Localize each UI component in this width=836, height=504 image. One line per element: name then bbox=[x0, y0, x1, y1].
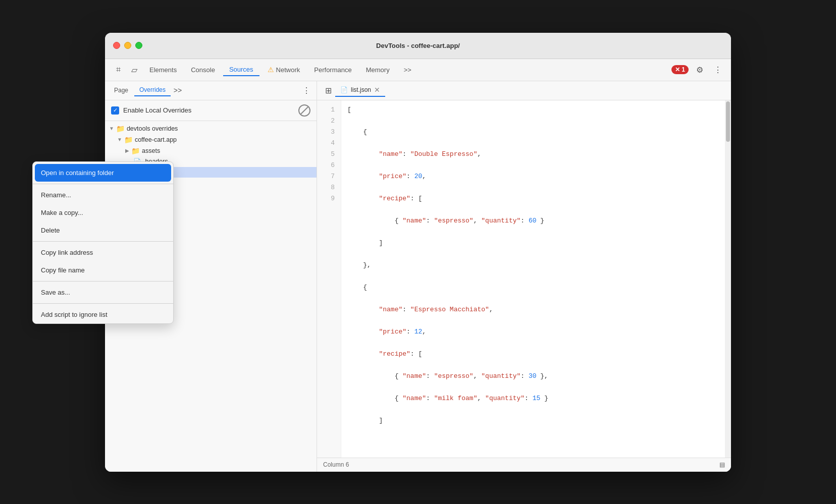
tab-console[interactable]: Console bbox=[185, 64, 221, 76]
separator-3 bbox=[105, 281, 173, 282]
overrides-label: Enable Local Overrides bbox=[123, 106, 191, 114]
folder-icon: 📁 bbox=[116, 125, 125, 133]
title-bar: DevTools - coffee-cart.app/ bbox=[105, 33, 731, 59]
panel-tabs: Page Overrides >> ⋮ bbox=[105, 81, 317, 100]
context-menu-add-ignore[interactable]: Add script to ignore list bbox=[105, 306, 173, 323]
context-menu: Open in containing folder Rename... Make… bbox=[105, 161, 174, 324]
close-button[interactable] bbox=[113, 42, 120, 49]
context-menu-make-copy[interactable]: Make a copy... bbox=[105, 204, 173, 221]
tab-more[interactable]: >> bbox=[398, 64, 417, 76]
main-content: Page Overrides >> ⋮ ✓ Enable Local Overr… bbox=[105, 81, 731, 472]
sidebar-toggle-icon[interactable]: ⊞ bbox=[321, 83, 335, 97]
tab-page[interactable]: Page bbox=[109, 85, 133, 96]
folder-icon: 📁 bbox=[124, 136, 133, 144]
status-bar: Column 6 ▤ bbox=[317, 458, 731, 472]
minimize-button[interactable] bbox=[124, 42, 131, 49]
context-menu-copy-filename[interactable]: Copy file name bbox=[105, 261, 173, 279]
chevron-right-icon: ▶ bbox=[125, 148, 129, 153]
scrollbar-thumb[interactable] bbox=[726, 101, 730, 142]
file-icon: 📄 bbox=[340, 86, 348, 93]
right-panel: ⊞ 📄 list.json ✕ 1 2 3 4 5 6 7 8 bbox=[317, 81, 731, 472]
status-bar-right: ▤ bbox=[719, 461, 725, 468]
context-menu-rename[interactable]: Rename... bbox=[105, 186, 173, 204]
traffic-lights bbox=[113, 42, 142, 49]
device-icon[interactable]: ▱ bbox=[127, 63, 141, 77]
context-menu-save-as[interactable]: Save as... bbox=[105, 284, 173, 301]
error-x-icon: ✕ bbox=[675, 66, 680, 73]
tab-filename: list.json bbox=[351, 86, 371, 93]
chevron-down-icon: ▼ bbox=[117, 137, 122, 142]
tab-right-actions: ✕ 1 ⚙ ⋮ bbox=[671, 63, 725, 77]
tree-label: devtools overrides bbox=[127, 125, 178, 132]
separator-2 bbox=[105, 241, 173, 242]
context-menu-overlay: Open in containing folder Rename... Make… bbox=[105, 161, 174, 324]
chevron-down-icon: ▼ bbox=[109, 126, 114, 131]
window-title: DevTools - coffee-cart.app/ bbox=[376, 42, 460, 49]
tab-elements[interactable]: Elements bbox=[143, 64, 183, 76]
tree-item-devtools-overrides[interactable]: ▼ 📁 devtools overrides bbox=[105, 123, 317, 134]
separator-4 bbox=[105, 303, 173, 304]
tree-item-coffee-cart[interactable]: ▼ 📁 coffee-cart.app bbox=[105, 134, 317, 145]
status-icon[interactable]: ▤ bbox=[719, 461, 725, 468]
tab-overrides[interactable]: Overrides bbox=[134, 84, 171, 96]
context-menu-open-folder[interactable]: Open in containing folder bbox=[105, 164, 171, 182]
inspect-icon[interactable]: ⌗ bbox=[111, 63, 125, 77]
tree-label: coffee-cart.app bbox=[135, 136, 177, 143]
maximize-button[interactable] bbox=[135, 42, 142, 49]
folder-icon: 📁 bbox=[131, 147, 140, 155]
context-menu-copy-link[interactable]: Copy link address bbox=[105, 244, 173, 261]
overrides-row: ✓ Enable Local Overrides bbox=[105, 100, 317, 121]
editor-tabs: ⊞ 📄 list.json ✕ bbox=[317, 81, 731, 100]
code-area[interactable]: 1 2 3 4 5 6 7 8 9 [ { "name": "Double Es… bbox=[317, 100, 731, 458]
code-content[interactable]: [ { "name": "Double Espresso", "price": … bbox=[341, 100, 725, 458]
separator-1 bbox=[105, 184, 173, 184]
warning-icon: ⚠ bbox=[268, 66, 274, 74]
editor-tab-list-json[interactable]: 📄 list.json ✕ bbox=[335, 84, 385, 97]
panel-tab-more[interactable]: >> bbox=[172, 84, 184, 96]
block-icon[interactable] bbox=[298, 104, 310, 117]
devtools-window: DevTools - coffee-cart.app/ ⌗ ▱ Elements… bbox=[105, 33, 731, 472]
line-numbers: 1 2 3 4 5 6 7 8 9 bbox=[317, 100, 341, 458]
error-badge[interactable]: ✕ 1 bbox=[671, 65, 689, 74]
more-options-icon[interactable]: ⋮ bbox=[711, 63, 725, 77]
tab-sources[interactable]: Sources bbox=[223, 64, 259, 76]
left-panel: Page Overrides >> ⋮ ✓ Enable Local Overr… bbox=[105, 81, 317, 472]
scrollbar[interactable] bbox=[725, 100, 731, 458]
tree-label: assets bbox=[142, 147, 160, 154]
status-column: Column 6 bbox=[323, 461, 349, 468]
tab-bar: ⌗ ▱ Elements Console Sources ⚠ Network P… bbox=[105, 59, 731, 81]
context-menu-delete[interactable]: Delete bbox=[105, 221, 173, 239]
close-tab-icon[interactable]: ✕ bbox=[374, 86, 380, 94]
enable-overrides-checkbox[interactable]: ✓ bbox=[111, 106, 119, 115]
tab-performance[interactable]: Performance bbox=[308, 64, 357, 76]
panel-menu-icon[interactable]: ⋮ bbox=[300, 84, 312, 96]
tab-network[interactable]: ⚠ Network bbox=[262, 64, 306, 76]
tree-item-assets[interactable]: ▶ 📁 assets bbox=[105, 145, 317, 156]
tab-memory[interactable]: Memory bbox=[360, 64, 396, 76]
settings-icon[interactable]: ⚙ bbox=[693, 63, 707, 77]
